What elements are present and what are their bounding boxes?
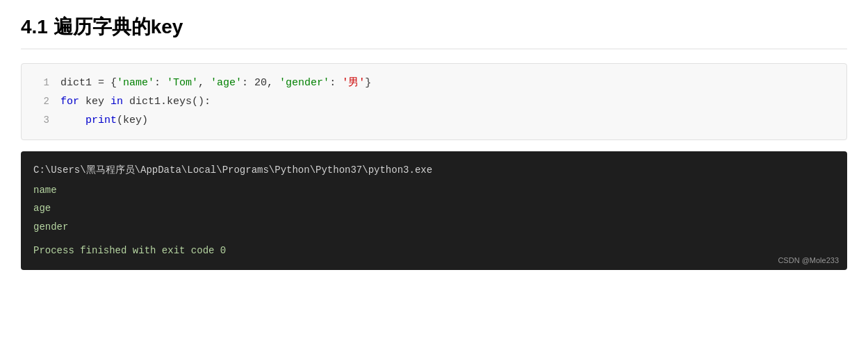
- code-line-1: 1 dict1 = {'name': 'Tom', 'age': 20, 'ge…: [22, 74, 846, 92]
- code-content-1: dict1 = {'name': 'Tom', 'age': 20, 'gend…: [60, 74, 371, 92]
- line-number-2: 2: [33, 93, 49, 110]
- code-content-2: for key in dict1.keys():: [60, 92, 211, 111]
- page-title: 4.1 遍历字典的key: [21, 14, 847, 49]
- code-line-3: 3 print(key): [22, 111, 846, 130]
- output-name: name: [33, 181, 835, 200]
- code-line-2: 2 for key in dict1.keys():: [22, 92, 846, 111]
- code-block: 1 dict1 = {'name': 'Tom', 'age': 20, 'ge…: [21, 63, 847, 140]
- output-gender: gender: [33, 218, 835, 237]
- output-age: age: [33, 199, 835, 218]
- output-process: Process finished with exit code 0: [33, 242, 835, 260]
- watermark: CSDN @Mole233: [778, 256, 839, 264]
- output-block: C:\Users\黑马程序员\AppData\Local\Programs\Py…: [21, 151, 847, 270]
- line-number-3: 3: [33, 112, 49, 129]
- line-number-1: 1: [33, 74, 49, 92]
- output-path: C:\Users\黑马程序员\AppData\Local\Programs\Py…: [33, 161, 835, 180]
- code-content-3: print(key): [60, 111, 148, 130]
- page-wrapper: 4.1 遍历字典的key 1 dict1 = {'name': 'Tom', '…: [21, 14, 847, 270]
